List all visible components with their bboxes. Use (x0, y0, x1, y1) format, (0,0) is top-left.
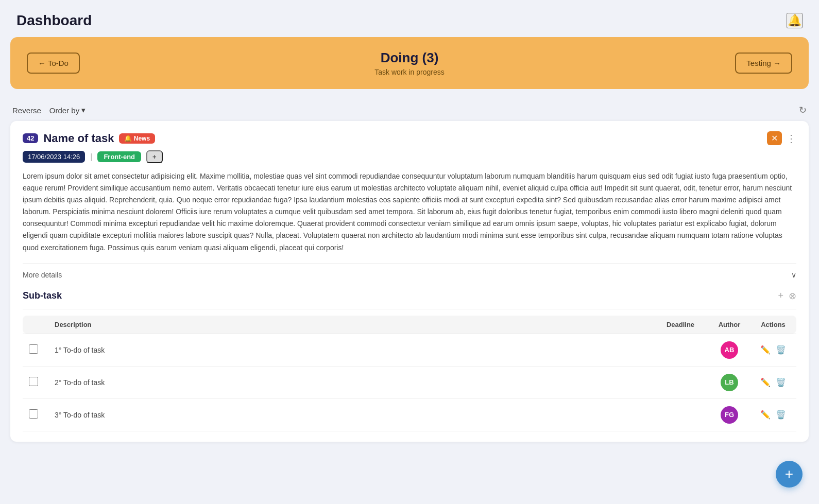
col-description: Description (48, 316, 652, 334)
avatar: AB (721, 341, 738, 359)
kanban-header: ← To-Do Doing (3) Task work in progress … (10, 37, 809, 89)
table-row: 3° To-do of task FG ✏️ 🗑️ (23, 398, 796, 431)
prev-column-button[interactable]: ← To-Do (27, 53, 80, 74)
task-meta: 17/06/2023 14:26 | Front-end + (23, 150, 796, 163)
subtask-author: LB (709, 366, 750, 398)
subtask-deadline (652, 366, 709, 398)
subtask-author: AB (709, 334, 750, 366)
task-card: 42 Name of task 🔔 News ✕ ⋮ 17/06/2023 14… (10, 121, 809, 442)
subtask-section: Sub-task + ⊗ Description Deadline Author… (23, 290, 796, 431)
add-tag-button[interactable]: + (146, 150, 163, 163)
delete-task-button[interactable]: ✕ (767, 131, 782, 145)
next-column-button[interactable]: Testing → (735, 53, 792, 74)
subtask-deadline (652, 334, 709, 366)
chevron-down-icon: ∨ (791, 271, 796, 279)
subtask-checkbox[interactable] (29, 377, 38, 386)
subtask-actions: ✏️ 🗑️ (750, 334, 796, 366)
delete-subtask-button[interactable]: 🗑️ (776, 410, 786, 420)
subtask-header-actions: + ⊗ (778, 290, 796, 302)
subtask-actions: ✏️ 🗑️ (750, 398, 796, 431)
edit-subtask-button[interactable]: ✏️ (760, 345, 771, 355)
subtask-checkbox[interactable] (29, 344, 38, 354)
notification-icon[interactable]: 🔔 (787, 13, 803, 28)
subtask-checkbox[interactable] (29, 409, 38, 419)
refresh-button[interactable]: ↻ (799, 105, 807, 116)
subtask-deadline (652, 398, 709, 431)
delete-subtask-button[interactable]: 🗑️ (776, 377, 786, 387)
more-details-label: More details (23, 271, 62, 279)
chevron-down-icon: ▾ (81, 106, 86, 115)
delete-subtask-button[interactable]: 🗑️ (776, 345, 786, 355)
kanban-title: Doing (3) (374, 50, 444, 66)
page-header: Dashboard 🔔 (0, 0, 819, 37)
col-actions: Actions (750, 316, 796, 334)
fab-add-button[interactable]: + (776, 461, 803, 488)
col-deadline: Deadline (652, 316, 709, 334)
task-card-header: 42 Name of task 🔔 News ✕ ⋮ (23, 131, 796, 145)
subtask-description: 2° To-do of task (48, 366, 652, 398)
subtask-title: Sub-task (23, 290, 62, 301)
kanban-center: Doing (3) Task work in progress (374, 50, 444, 76)
kanban-subtitle: Task work in progress (374, 68, 444, 76)
edit-subtask-button[interactable]: ✏️ (760, 410, 771, 420)
subtask-description: 3° To-do of task (48, 398, 652, 431)
more-details-toggle[interactable]: More details ∨ (23, 263, 796, 279)
task-id: 42 (23, 133, 38, 143)
avatar: LB (721, 374, 738, 391)
subtask-action-icons: ✏️ 🗑️ (756, 377, 790, 387)
badge-news: 🔔 News (119, 133, 155, 144)
col-author: Author (709, 316, 750, 334)
toolbar: Reverse Order by ▾ ↻ (0, 99, 819, 121)
toggle-subtask-visibility-button[interactable]: ⊗ (789, 290, 796, 302)
task-title-row: 42 Name of task 🔔 News (23, 132, 155, 145)
toolbar-left: Reverse Order by ▾ (12, 106, 86, 115)
subtask-author: FG (709, 398, 750, 431)
subtask-actions: ✏️ 🗑️ (750, 366, 796, 398)
subtask-checkbox-cell (23, 366, 48, 398)
task-title: Name of task (43, 132, 114, 145)
subtask-divider (23, 309, 796, 309)
col-checkbox (23, 316, 48, 334)
add-subtask-button[interactable]: + (778, 290, 783, 302)
subtask-table: Description Deadline Author Actions 1° T… (23, 316, 796, 431)
avatar: FG (721, 406, 738, 424)
order-by-button[interactable]: Order by ▾ (49, 106, 86, 115)
subtask-header: Sub-task + ⊗ (23, 290, 796, 302)
subtask-description: 1° To-do of task (48, 334, 652, 366)
subtask-checkbox-cell (23, 398, 48, 431)
table-row: 2° To-do of task LB ✏️ 🗑️ (23, 366, 796, 398)
subtask-action-icons: ✏️ 🗑️ (756, 410, 790, 420)
subtask-table-header-row: Description Deadline Author Actions (23, 316, 796, 334)
more-options-button[interactable]: ⋮ (786, 132, 796, 145)
page-title: Dashboard (16, 12, 92, 29)
subtask-checkbox-cell (23, 334, 48, 366)
reverse-button[interactable]: Reverse (12, 106, 41, 115)
task-card-actions: ✕ ⋮ (767, 131, 796, 145)
table-row: 1° To-do of task AB ✏️ 🗑️ (23, 334, 796, 366)
subtask-action-icons: ✏️ 🗑️ (756, 345, 790, 355)
task-body: Lorem ipsum dolor sit amet consectetur a… (23, 170, 796, 254)
edit-subtask-button[interactable]: ✏️ (760, 377, 771, 387)
task-date: 17/06/2023 14:26 (23, 151, 85, 163)
meta-separator: | (90, 152, 92, 162)
badge-frontend: Front-end (97, 151, 141, 162)
